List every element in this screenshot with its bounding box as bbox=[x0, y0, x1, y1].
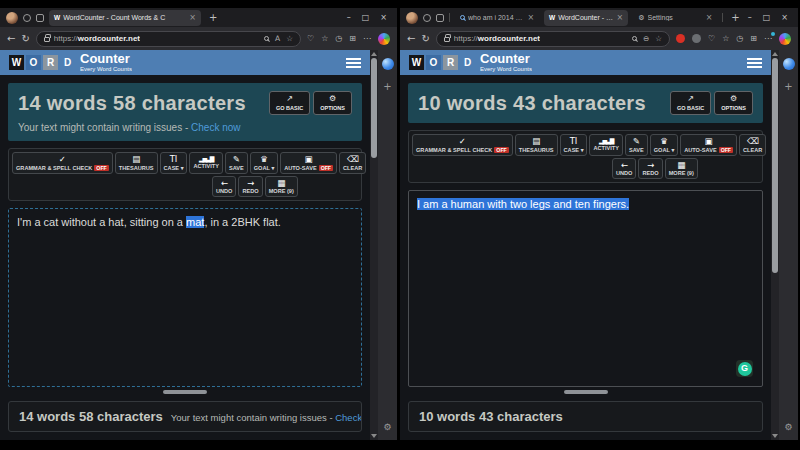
favorites-icon[interactable]: ☆ bbox=[321, 34, 328, 43]
wordcounter-logo[interactable]: W O R D bbox=[409, 55, 475, 70]
scroll-up-icon[interactable] bbox=[772, 52, 778, 56]
workspaces-icon[interactable] bbox=[23, 14, 31, 22]
user-avatar[interactable] bbox=[6, 12, 18, 24]
maximize-button[interactable]: □ bbox=[763, 13, 771, 22]
address-bar[interactable]: https://wordcounter.net A ☆ bbox=[36, 31, 301, 47]
sidebar-settings-icon[interactable]: ⚙ bbox=[784, 422, 792, 432]
options-button[interactable]: ⚙ OPTIONS bbox=[313, 91, 352, 115]
scroll-up-icon[interactable] bbox=[371, 52, 377, 56]
case-button[interactable]: TI CASE ▾ bbox=[560, 134, 588, 156]
copilot-icon[interactable] bbox=[382, 58, 394, 70]
profile-icon[interactable] bbox=[378, 33, 390, 45]
goal-button[interactable]: ♛ GOAL ▾ bbox=[650, 134, 678, 156]
save-button[interactable]: ✎ SAVE bbox=[225, 152, 248, 174]
tracking-prevention-icon[interactable]: ⊖ bbox=[643, 34, 649, 43]
wordcounter-logo[interactable]: W O R D bbox=[9, 55, 75, 70]
copilot-icon[interactable] bbox=[783, 58, 795, 70]
clear-button[interactable]: ⌫ CLEAR bbox=[739, 134, 766, 156]
favorites-icon[interactable]: ☆ bbox=[722, 34, 729, 43]
more-menu-icon[interactable]: ⋯ bbox=[363, 34, 371, 43]
page-scrollbar[interactable] bbox=[771, 50, 779, 440]
read-aloud-icon[interactable]: A bbox=[275, 34, 280, 43]
browser-essentials-icon[interactable]: ♡ bbox=[708, 34, 715, 43]
maximize-button[interactable]: □ bbox=[362, 13, 370, 22]
sidebar-add-icon[interactable]: + bbox=[784, 82, 792, 92]
undo-button[interactable]: ← UNDO bbox=[212, 176, 236, 198]
search-icon[interactable] bbox=[632, 36, 637, 41]
go-basic-button[interactable]: ↗ GO BASIC bbox=[670, 91, 711, 115]
history-icon[interactable]: ◷ bbox=[335, 34, 342, 43]
tab-close-icon[interactable]: × bbox=[617, 13, 624, 22]
more-tools-button[interactable]: ▦ MORE (9) bbox=[665, 158, 698, 180]
case-button[interactable]: TI CASE ▾ bbox=[160, 152, 188, 174]
reload-icon[interactable]: ↻ bbox=[21, 34, 29, 44]
thesaurus-button[interactable]: ▤ THESAURUS bbox=[515, 134, 558, 156]
grammarly-widget[interactable]: G bbox=[736, 360, 753, 377]
screenshot-icon[interactable]: ⊞ bbox=[750, 34, 757, 43]
back-icon[interactable]: ← bbox=[7, 34, 15, 44]
resize-handle[interactable] bbox=[564, 390, 608, 394]
user-avatar[interactable] bbox=[406, 12, 418, 24]
scroll-down-icon[interactable] bbox=[371, 434, 377, 438]
tab-close-icon[interactable]: × bbox=[706, 13, 713, 22]
minimize-button[interactable]: – bbox=[347, 13, 351, 22]
grammar-spell-check-button[interactable]: ✓ GRAMMAR & SPELL CHECKOFF bbox=[12, 152, 113, 174]
close-button[interactable]: × bbox=[380, 13, 387, 22]
undo-button[interactable]: ← UNDO bbox=[612, 158, 636, 180]
tab-wordcounter[interactable]: W WordCounter - Count W... × bbox=[544, 10, 628, 26]
save-button[interactable]: ✎ SAVE bbox=[625, 134, 648, 156]
grammar-spell-check-button[interactable]: ✓ GRAMMAR & SPELL CHECKOFF bbox=[412, 134, 513, 156]
new-tab-button[interactable]: + bbox=[728, 12, 742, 23]
more-tools-button[interactable]: ▦ MORE (9) bbox=[265, 176, 298, 198]
page-scrollbar[interactable] bbox=[370, 50, 378, 440]
history-icon[interactable]: ◷ bbox=[736, 34, 743, 43]
back-icon[interactable]: ← bbox=[407, 34, 415, 44]
sidebar-add-icon[interactable]: + bbox=[383, 82, 391, 92]
redo-button[interactable]: → REDO bbox=[238, 176, 262, 198]
address-bar[interactable]: https://wordcounter.net ⊖ ☆ bbox=[436, 31, 670, 47]
search-icon[interactable] bbox=[264, 36, 269, 41]
tab-close-icon[interactable]: × bbox=[189, 13, 196, 22]
tab-close-icon[interactable]: × bbox=[527, 13, 534, 22]
text-editor[interactable]: I am a human with two legs and ten finge… bbox=[408, 190, 763, 387]
scrollbar-thumb[interactable] bbox=[772, 58, 778, 273]
clear-button[interactable]: ⌫ CLEAR bbox=[339, 152, 366, 174]
sidebar-settings-icon[interactable]: ⚙ bbox=[383, 422, 391, 432]
logo-text: Counter Every Word Counts bbox=[80, 52, 132, 73]
activity-button[interactable]: ▂▅▃▇ ACTIVITY bbox=[189, 152, 222, 174]
extension-gray-icon[interactable] bbox=[692, 34, 701, 43]
tab-settings[interactable]: ⚙ Settings × bbox=[633, 10, 717, 26]
scroll-down-icon[interactable] bbox=[772, 434, 778, 438]
extension-red-icon[interactable] bbox=[676, 34, 685, 43]
trophy-icon: ♛ bbox=[260, 155, 268, 164]
check-now-link[interactable]: Check now bbox=[191, 122, 240, 133]
auto-save-button[interactable]: ▣ AUTO-SAVEOFF bbox=[280, 152, 337, 174]
activity-button[interactable]: ▂▅▃▇ ACTIVITY bbox=[589, 134, 622, 156]
favorite-star-icon[interactable]: ☆ bbox=[655, 34, 662, 43]
menu-icon[interactable] bbox=[346, 58, 361, 68]
new-tab-button[interactable]: + bbox=[206, 12, 220, 23]
text-editor[interactable]: I'm a cat without a hat, sitting on a ma… bbox=[8, 208, 362, 387]
screenshot-icon[interactable]: ⊞ bbox=[349, 34, 356, 43]
auto-save-button[interactable]: ▣ AUTO-SAVEOFF bbox=[680, 134, 737, 156]
minimize-button[interactable]: – bbox=[748, 13, 752, 22]
workspaces-icon[interactable] bbox=[423, 14, 431, 22]
browser-essentials-icon[interactable]: ♡ bbox=[307, 34, 314, 43]
profile-icon[interactable] bbox=[779, 33, 791, 45]
check-now-link[interactable]: Check now bbox=[335, 412, 362, 423]
menu-icon[interactable] bbox=[747, 58, 762, 68]
tab-wordcounter[interactable]: W WordCounter - Count Words & C × bbox=[49, 10, 201, 26]
tab-actions-icon[interactable] bbox=[436, 14, 444, 22]
goal-button[interactable]: ♛ GOAL ▾ bbox=[250, 152, 278, 174]
resize-handle[interactable] bbox=[163, 390, 207, 394]
scrollbar-thumb[interactable] bbox=[371, 58, 377, 158]
thesaurus-button[interactable]: ▤ THESAURUS bbox=[115, 152, 158, 174]
reload-icon[interactable]: ↻ bbox=[421, 34, 429, 44]
favorite-star-icon[interactable]: ☆ bbox=[286, 34, 293, 43]
tab-search[interactable]: who am i 2014 - Search × bbox=[455, 10, 539, 26]
redo-button[interactable]: → REDO bbox=[638, 158, 662, 180]
options-button[interactable]: ⚙ OPTIONS bbox=[714, 91, 753, 115]
close-button[interactable]: × bbox=[781, 13, 788, 22]
go-basic-button[interactable]: ↗ GO BASIC bbox=[269, 91, 310, 115]
tab-actions-icon[interactable] bbox=[36, 14, 44, 22]
